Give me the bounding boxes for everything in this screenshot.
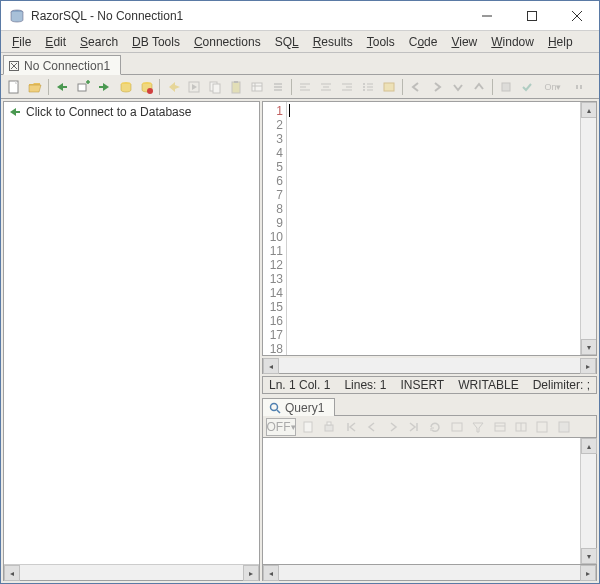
copy-button[interactable] <box>205 77 225 97</box>
query-tab-1[interactable]: Query1 <box>262 398 335 416</box>
svg-line-42 <box>277 410 280 413</box>
scroll-down-icon[interactable]: ▾ <box>581 548 597 564</box>
tab-noconnection1[interactable]: No Connection1 <box>3 55 121 75</box>
scroll-right-icon[interactable]: ▸ <box>243 565 259 581</box>
scroll-left-icon[interactable]: ◂ <box>263 565 279 581</box>
editor-vscroll[interactable]: ▴ ▾ <box>580 102 596 355</box>
menu-dbtools[interactable]: DB Tools <box>125 33 187 51</box>
qtext-button[interactable] <box>532 417 552 437</box>
table-button[interactable] <box>379 77 399 97</box>
menu-sql[interactable]: SQL <box>268 33 306 51</box>
connect-prompt-label: Click to Connect to a Database <box>26 105 191 119</box>
content-area: Click to Connect to a Database ◂ ▸ 12345… <box>1 99 599 583</box>
editor-hscroll[interactable]: ◂ ▸ <box>262 358 597 374</box>
query-hscroll[interactable]: ◂ ▸ <box>262 565 597 581</box>
svg-point-37 <box>363 89 365 91</box>
app-icon <box>9 8 25 24</box>
maximize-button[interactable] <box>509 1 554 30</box>
scroll-right-icon[interactable]: ▸ <box>580 358 596 374</box>
scroll-right-icon[interactable]: ▸ <box>580 565 596 581</box>
menu-button[interactable] <box>268 77 288 97</box>
list-button[interactable] <box>358 77 378 97</box>
query-vscroll[interactable]: ▴ ▾ <box>580 438 596 564</box>
svg-rect-45 <box>327 422 331 425</box>
nav-back-button[interactable] <box>406 77 426 97</box>
scroll-left-icon[interactable]: ◂ <box>4 565 20 581</box>
qnav-next-button[interactable] <box>383 417 403 437</box>
nav-down-button[interactable] <box>448 77 468 97</box>
connect-prompt-item[interactable]: Click to Connect to a Database <box>4 102 259 122</box>
qnav-prev-button[interactable] <box>362 417 382 437</box>
qfilter-button[interactable] <box>468 417 488 437</box>
commit-button[interactable] <box>136 77 156 97</box>
qgrid-button[interactable] <box>490 417 510 437</box>
qsave-button[interactable] <box>554 417 574 437</box>
query-results-body[interactable] <box>263 438 580 564</box>
scroll-left-icon[interactable]: ◂ <box>263 358 279 374</box>
status-delimiter: Delimiter: ; <box>533 378 590 392</box>
overflow-button[interactable] <box>569 77 589 97</box>
query-tabbar: Query1 <box>262 396 597 416</box>
qedit-button[interactable] <box>447 417 467 437</box>
connect-button[interactable] <box>52 77 72 97</box>
new-file-button[interactable] <box>4 77 24 97</box>
query-off-toggle[interactable]: OFF▾ <box>266 418 296 436</box>
menu-search[interactable]: Search <box>73 33 125 51</box>
titlebar: RazorSQL - No Connection1 <box>1 1 599 31</box>
nav-up-button[interactable] <box>469 77 489 97</box>
svg-rect-2 <box>527 11 536 20</box>
execute2-button[interactable] <box>184 77 204 97</box>
query-tab-label: Query1 <box>285 401 324 415</box>
query-tab-icon <box>269 402 281 414</box>
tree-hscroll[interactable]: ◂ ▸ <box>4 564 259 580</box>
qprint-button[interactable] <box>319 417 339 437</box>
execute-button[interactable] <box>163 77 183 97</box>
window-title: RazorSQL - No Connection1 <box>31 9 464 23</box>
qexport-button[interactable] <box>298 417 318 437</box>
query-results: ▴ ▾ <box>262 438 597 565</box>
add-connection-button[interactable] <box>73 77 93 97</box>
close-button[interactable] <box>554 1 599 30</box>
qnav-first-button[interactable] <box>341 417 361 437</box>
align-left-button[interactable] <box>295 77 315 97</box>
disconnect-button[interactable] <box>94 77 114 97</box>
paste-button[interactable] <box>226 77 246 97</box>
editor-body[interactable] <box>287 102 580 355</box>
nav-forward-button[interactable] <box>427 77 447 97</box>
qrefresh-button[interactable] <box>425 417 445 437</box>
svg-rect-17 <box>234 81 238 83</box>
scroll-up-icon[interactable]: ▴ <box>581 438 597 454</box>
open-file-button[interactable] <box>25 77 45 97</box>
menu-results[interactable]: Results <box>306 33 360 51</box>
menu-edit[interactable]: Edit <box>38 33 73 51</box>
right-pane: 123456789101112131415161718192021 ▴ ▾ ◂ … <box>262 101 597 581</box>
results-button[interactable] <box>247 77 267 97</box>
query-toolbar: OFF▾ <box>262 416 597 438</box>
tab-label: No Connection1 <box>24 59 110 73</box>
svg-point-35 <box>363 86 365 88</box>
query-pane: Query1 OFF▾ <box>262 396 597 581</box>
menu-view[interactable]: View <box>444 33 484 51</box>
on-button[interactable]: On▾ <box>538 77 568 97</box>
svg-rect-44 <box>325 425 333 431</box>
rollback-button[interactable] <box>115 77 135 97</box>
align-center-button[interactable] <box>316 77 336 97</box>
scroll-up-icon[interactable]: ▴ <box>581 102 597 118</box>
svg-rect-46 <box>452 423 462 431</box>
minimize-button[interactable] <box>464 1 509 30</box>
menu-file[interactable]: File <box>5 33 38 51</box>
stop-button[interactable] <box>496 77 516 97</box>
qgrid2-button[interactable] <box>511 417 531 437</box>
tab-close-icon[interactable] <box>8 60 20 72</box>
status-writable: WRITABLE <box>458 378 518 392</box>
menu-tools[interactable]: Tools <box>360 33 402 51</box>
menu-connections[interactable]: Connections <box>187 33 268 51</box>
check-button[interactable] <box>517 77 537 97</box>
menu-code[interactable]: Code <box>402 33 445 51</box>
svg-rect-15 <box>213 84 220 93</box>
qnav-last-button[interactable] <box>404 417 424 437</box>
scroll-down-icon[interactable]: ▾ <box>581 339 597 355</box>
align-right-button[interactable] <box>337 77 357 97</box>
menu-help[interactable]: Help <box>541 33 580 51</box>
menu-window[interactable]: Window <box>484 33 541 51</box>
